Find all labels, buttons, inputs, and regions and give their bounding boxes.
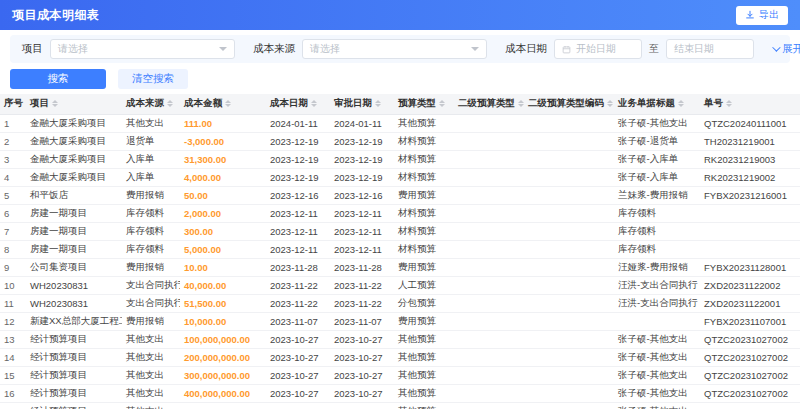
table-row[interactable]: 12新建XX总部大厦工程二期费用报销10,000.002023-11-07202… (0, 312, 800, 330)
table-row[interactable]: 8房建一期项目库存领料5,000.002023-12-112023-12-11材… (0, 240, 800, 258)
sort-icon[interactable] (439, 100, 445, 107)
table-row[interactable]: 5和平饭店费用报销50.002023-12-162023-12-16费用预算兰妹… (0, 186, 800, 204)
cell-amount: 50.00 (180, 186, 266, 204)
cost-source-filter-label: 成本来源 (253, 42, 295, 56)
column-header-sub_type[interactable]: 二级预算类型 (454, 94, 524, 114)
cell-doc_no (700, 240, 800, 258)
cell-approve_date: 2023-11-22 (330, 276, 394, 294)
cell-no: 17 (0, 402, 26, 409)
sort-icon[interactable] (678, 100, 684, 107)
app-window: 项目成本明细表 导出 项目 请选择 成本来源 请选择 成本日期 (0, 0, 800, 409)
sort-icon[interactable] (607, 100, 613, 107)
sort-icon[interactable] (52, 100, 58, 107)
export-button[interactable]: 导出 (736, 6, 788, 25)
table-row[interactable]: 4金融大厦采购项目入库单4,000.002023-12-192023-12-19… (0, 168, 800, 186)
cell-no: 9 (0, 258, 26, 276)
cell-project: 经计预算项目 (26, 366, 122, 384)
column-header-amount[interactable]: 成本金额 (180, 94, 266, 114)
cell-doc_title: 张子硕-其他支出 (614, 330, 700, 348)
search-button[interactable]: 搜索 (10, 69, 106, 89)
sort-icon[interactable] (167, 100, 173, 107)
table-row[interactable]: 17经计预算项目其他支出500,000,000.002023-10-272023… (0, 402, 800, 409)
column-header-sub_code[interactable]: 二级预算类型编码 (524, 94, 614, 114)
cell-doc_no: FYBX20231128001 (700, 258, 800, 276)
start-date-input[interactable]: 开始日期 (554, 39, 642, 59)
table-row[interactable]: 7房建一期项目库存领料300.002023-12-112023-12-11材料预… (0, 222, 800, 240)
column-header-source[interactable]: 成本来源 (122, 94, 180, 114)
project-select[interactable]: 请选择 (50, 39, 235, 59)
sort-icon[interactable] (518, 100, 524, 107)
column-label: 成本来源 (126, 97, 164, 110)
column-header-project[interactable]: 项目 (26, 94, 122, 114)
cell-budget_type: 其他预算 (394, 114, 454, 132)
table-row[interactable]: 14经计预算项目其他支出200,000,000.002023-10-272023… (0, 348, 800, 366)
table-row[interactable]: 3金融大厦采购项目入库单31,300.002023-12-192023-12-1… (0, 150, 800, 168)
table-row[interactable]: 13经计预算项目其他支出100,000,000.002023-10-272023… (0, 330, 800, 348)
table-row[interactable]: 6房建一期项目库存领料2,000.002023-12-112023-12-11材… (0, 204, 800, 222)
cell-sub_type (454, 312, 524, 330)
cell-amount: 40,000.00 (180, 276, 266, 294)
cell-source: 其他支出 (122, 366, 180, 384)
column-label: 成本金额 (184, 97, 222, 110)
cell-cost_date: 2023-12-19 (266, 168, 330, 186)
cell-doc_title: 库存领料 (614, 240, 700, 258)
column-header-budget_type[interactable]: 预算类型 (394, 94, 454, 114)
cell-budget_type: 其他预算 (394, 366, 454, 384)
cell-sub_type (454, 330, 524, 348)
cell-sub_code (524, 348, 614, 366)
table-row[interactable]: 16经计预算项目其他支出400,000,000.002023-10-272023… (0, 384, 800, 402)
cost-source-select[interactable]: 请选择 (302, 39, 487, 59)
cell-source: 其他支出 (122, 330, 180, 348)
cell-cost_date: 2023-12-11 (266, 222, 330, 240)
sort-icon[interactable] (375, 100, 381, 107)
sort-icon[interactable] (225, 100, 231, 107)
cell-source: 支出合同执行 (122, 276, 180, 294)
cell-sub_code (524, 330, 614, 348)
table-row[interactable]: 15经计预算项目其他支出300,000,000.002023-10-272023… (0, 366, 800, 384)
table-row[interactable]: 2金融大厦采购项目退货单-3,000.002023-12-192023-12-1… (0, 132, 800, 150)
cell-doc_no: TH20231219001 (700, 132, 800, 150)
cell-amount: 51,500.00 (180, 294, 266, 312)
cell-approve_date: 2024-01-11 (330, 114, 394, 132)
cell-amount: 4,000.00 (180, 168, 266, 186)
cell-doc_no: QTZC20231027002 (700, 330, 800, 348)
export-button-label: 导出 (759, 8, 779, 22)
cell-doc_no (700, 204, 800, 222)
column-header-cost_date[interactable]: 成本日期 (266, 94, 330, 114)
column-header-doc_title[interactable]: 业务单据标题 (614, 94, 700, 114)
column-header-doc_no[interactable]: 单号 (700, 94, 800, 114)
cell-amount: 100,000,000.00 (180, 330, 266, 348)
cell-project: 金融大厦采购项目 (26, 168, 122, 186)
sort-icon[interactable] (311, 100, 317, 107)
cell-cost_date: 2023-11-07 (266, 312, 330, 330)
chevron-down-icon (772, 43, 780, 51)
cell-cost_date: 2023-12-19 (266, 150, 330, 168)
expand-filter-link[interactable]: 展开筛选 (772, 42, 800, 56)
cell-source: 入库单 (122, 150, 180, 168)
clear-search-button[interactable]: 清空搜索 (118, 69, 188, 89)
cell-approve_date: 2023-12-11 (330, 240, 394, 258)
cell-project: 经计预算项目 (26, 384, 122, 402)
cell-doc_no: FYBX20231107001 (700, 312, 800, 330)
table-row[interactable]: 10WH20230831支出合同执行40,000.002023-11-22202… (0, 276, 800, 294)
cell-no: 12 (0, 312, 26, 330)
table-row[interactable]: 11WH20230831支出合同执行51,500.002023-11-22202… (0, 294, 800, 312)
cell-sub_type (454, 348, 524, 366)
cell-no: 8 (0, 240, 26, 258)
sort-icon[interactable] (726, 100, 732, 107)
table-row[interactable]: 1金融大厦采购项目其他支出111.002024-01-112024-01-11其… (0, 114, 800, 132)
cell-doc_no: RK20231219003 (700, 150, 800, 168)
cell-no: 7 (0, 222, 26, 240)
end-date-input[interactable]: 结束日期 (666, 39, 754, 59)
cell-sub_code (524, 258, 614, 276)
cost-detail-table: 序号项目成本来源成本金额成本日期审批日期预算类型二级预算类型二级预算类型编码业务… (0, 94, 800, 409)
cell-amount: 5,000.00 (180, 240, 266, 258)
cell-amount: 300.00 (180, 222, 266, 240)
cell-amount: 10.00 (180, 258, 266, 276)
column-header-approve_date[interactable]: 审批日期 (330, 94, 394, 114)
table-row[interactable]: 9公司集资项目费用报销10.002023-11-282023-11-28费用预算… (0, 258, 800, 276)
cell-sub_code (524, 276, 614, 294)
cell-budget_type: 费用预算 (394, 186, 454, 204)
calendar-icon (562, 45, 571, 54)
cell-approve_date: 2023-12-19 (330, 132, 394, 150)
